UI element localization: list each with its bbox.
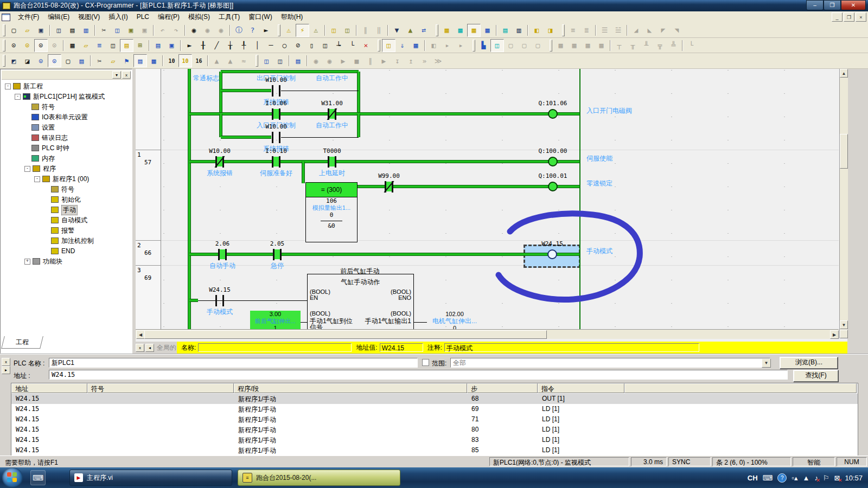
menu-帮助(H)[interactable]: 帮助(H)	[277, 12, 308, 22]
clock[interactable]: 10:57	[845, 474, 863, 482]
toolbar-button[interactable]: ▙	[477, 39, 490, 52]
minimize-button[interactable]: –	[806, 0, 824, 10]
toolbar-button[interactable]: ◫	[490, 39, 504, 52]
contact-bar[interactable]	[272, 132, 273, 143]
toolbar-handle[interactable]	[256, 55, 258, 67]
scroll-down-icon[interactable]: ▼	[840, 320, 848, 329]
range-dropdown[interactable]: 全部	[450, 358, 770, 368]
contact-bar[interactable]	[273, 249, 275, 260]
column-header-符号[interactable]: 符号	[87, 383, 234, 393]
toolbar-button[interactable]: ✂	[97, 24, 111, 37]
tree-item-新工程[interactable]: -新工程	[5, 81, 43, 91]
toolbar-button[interactable]: ◩	[7, 54, 21, 67]
scroll-up-icon[interactable]: ▲	[840, 69, 848, 78]
rung-number[interactable]: 3	[137, 267, 141, 274]
toolbar-button[interactable]: ⊙	[34, 54, 48, 67]
toolbar-button[interactable]: ┶	[332, 39, 346, 52]
toolbar-button[interactable]: ▦	[66, 39, 79, 52]
toolbar-button[interactable]: ◨	[544, 24, 557, 37]
function-block[interactable]: 气缸手动动作 (BOOL) EN (BOOL) ENO (BOOL) 手动1气缸…	[307, 274, 414, 329]
vscroll-thumb[interactable]	[840, 134, 848, 169]
ladder-vscrollbar[interactable]: ▲ ▼	[839, 69, 848, 338]
toolbar-button[interactable]: ⊙	[21, 39, 34, 52]
table-row[interactable]: W24.15新程序1/手动80LD [1]	[11, 425, 858, 435]
toolbar-button[interactable]: ▣	[34, 24, 48, 37]
contact-bar[interactable]	[225, 249, 227, 260]
network-disconnected-icon[interactable]: ⊠✕	[834, 474, 840, 482]
toolbar-button[interactable]: ⓘ	[232, 24, 246, 37]
contact-bar[interactable]	[279, 85, 280, 97]
toolbar-button[interactable]: ◫	[111, 24, 124, 37]
toolbar-button[interactable]: ◫	[260, 54, 273, 67]
toolbar-button[interactable]: ◫	[327, 24, 341, 37]
contact-bar[interactable]	[272, 156, 273, 168]
toolbar-button[interactable]: ▤	[133, 54, 147, 67]
toolbar-button[interactable]: ◉	[187, 24, 201, 37]
toolbar-button[interactable]: ▯	[305, 39, 318, 52]
toolbar-button[interactable]: ▱	[21, 24, 34, 37]
toolbar-button[interactable]: ▢	[7, 24, 21, 37]
toolbar-button[interactable]: ▼	[390, 24, 404, 37]
tree-item-自动模式[interactable]: 自动模式	[44, 215, 87, 225]
maximize-button[interactable]: ❐	[824, 0, 841, 10]
tree-item-加注机控制[interactable]: 加注机控制	[44, 236, 94, 246]
toolbar-button[interactable]: ⇄	[417, 24, 431, 37]
toolbar-button[interactable]: ╂	[196, 39, 210, 52]
toolbar-button[interactable]: └	[346, 39, 359, 52]
tree-item-初始化[interactable]: 初始化	[44, 195, 81, 204]
menu-视图(V)[interactable]: 视图(V)	[74, 12, 104, 22]
toolbar-button[interactable]: ▤	[120, 39, 133, 52]
toolbar-handle[interactable]	[562, 24, 565, 36]
toolbar-handle[interactable]	[473, 40, 475, 52]
toolbar-button[interactable]: ⊞	[133, 39, 147, 52]
table-row[interactable]: W24.15新程序1/手动71LD [1]	[11, 414, 858, 425]
toolbar-button[interactable]: │	[251, 39, 264, 52]
mdi-document-icon[interactable]	[2, 14, 10, 21]
toolbar-button[interactable]: ▦	[440, 24, 454, 37]
scroll-left-icon[interactable]: ◀	[136, 330, 145, 339]
action-center-flag-icon[interactable]: ⚐	[823, 474, 829, 482]
toolbar-button[interactable]: ≡	[93, 39, 106, 52]
toolbar-button[interactable]: ×	[359, 39, 373, 52]
toolbar-button[interactable]: 10	[178, 54, 192, 67]
coil[interactable]	[547, 249, 557, 259]
toolbar-button[interactable]: ◫	[382, 39, 395, 52]
toolbar-button[interactable]: ▱	[106, 54, 120, 67]
hscroll-thumb[interactable]	[144, 330, 547, 339]
tree-item-新程序1 (00)[interactable]: -新程序1 (00)	[34, 174, 89, 184]
column-header-步[interactable]: 步	[467, 383, 538, 393]
scroll-right-icon[interactable]: ▶	[830, 330, 839, 339]
taskbar-item-cx-programmer[interactable]: ≡ 跑合台2015-08-20(...	[238, 470, 400, 486]
menu-PLC[interactable]: PLC	[132, 12, 154, 22]
tree-item-功能块[interactable]: +功能块	[24, 256, 62, 266]
toolbar-handle[interactable]	[378, 40, 380, 52]
toolbar-button[interactable]: ⚠	[282, 24, 296, 37]
toolbar-button[interactable]: ▤	[151, 39, 165, 52]
contact-bar[interactable]	[280, 249, 282, 260]
tree-pane-close-icon[interactable]: x	[122, 71, 131, 79]
toolbar-handle[interactable]	[3, 24, 5, 36]
toolbar-button[interactable]: ⊙	[34, 39, 48, 52]
quick-bar-close-icon[interactable]: x	[136, 344, 144, 352]
toolbar-button[interactable]: ⊙	[48, 54, 61, 67]
table-row[interactable]: W24.15新程序1/手动85LD [1]	[11, 445, 858, 455]
toolbar-handle[interactable]	[278, 24, 280, 36]
toolbar-button[interactable]: ─	[264, 39, 278, 52]
menu-编程(P)[interactable]: 编程(P)	[154, 12, 184, 22]
start-button[interactable]	[2, 467, 23, 488]
mdi-close-button[interactable]: ×	[856, 12, 866, 22]
toolbar-button[interactable]: ►	[259, 24, 273, 37]
toolbar-button[interactable]: ▤	[291, 54, 305, 67]
toolbar-button[interactable]: ▢	[61, 54, 75, 67]
keyboard-tray-icon[interactable]: ⌨	[763, 474, 773, 482]
panel-close-icon[interactable]: x	[2, 358, 10, 366]
toolbar-button[interactable]: 10	[165, 54, 178, 67]
toolbar-button[interactable]: ▣	[124, 24, 138, 37]
toolbar-button[interactable]: ►	[183, 39, 196, 52]
rung-number[interactable]: 2	[137, 242, 141, 249]
tab-project[interactable]: 工程	[1, 336, 43, 349]
column-header-程序/段[interactable]: 程序/段	[234, 383, 467, 393]
toolbar-button[interactable]: ⚑	[120, 54, 133, 67]
contact-bar[interactable]	[272, 85, 273, 97]
toolbar-button[interactable]: ◫	[106, 39, 120, 52]
